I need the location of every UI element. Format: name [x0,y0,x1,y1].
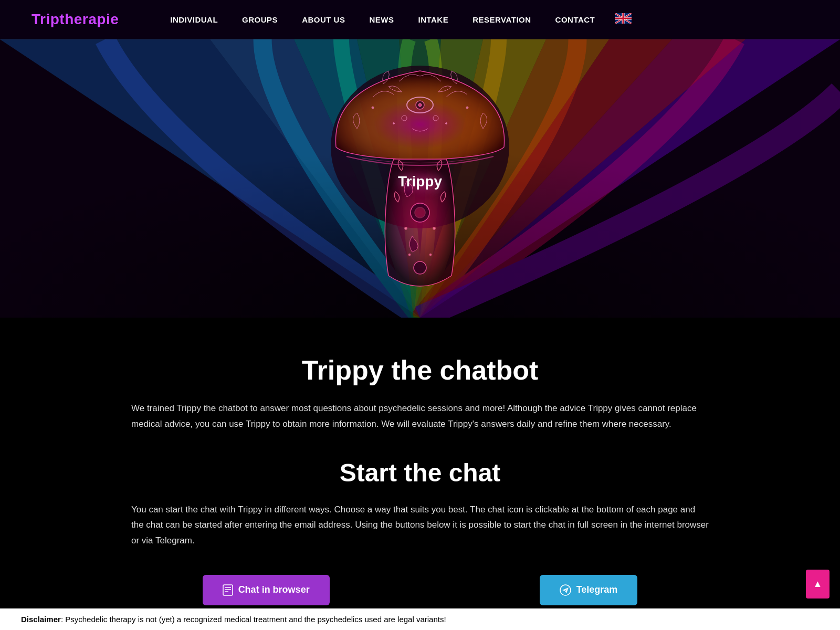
svg-point-14 [418,103,422,107]
nav-reservation[interactable]: RESERVATION [463,11,540,28]
nav-groups[interactable]: GROUPS [233,11,287,28]
disclaimer-label: Disclaimer [21,615,61,624]
chat-buttons-row: Chat in browser Telegram [94,575,746,605]
site-logo[interactable]: Triptherapie [32,11,119,28]
chatbot-description: We trained Trippy the chatbot to answer … [131,401,709,432]
nav-individual[interactable]: INDIVIDUAL [161,11,227,28]
chat-icon [223,584,233,596]
svg-point-26 [409,254,411,256]
svg-point-17 [372,107,374,109]
nav-about-us[interactable]: ABOUT US [292,11,354,28]
disclaimer-bar: Disclaimer : Psychedelic therapy is not … [0,608,840,630]
start-chat-description: You can start the chat with Trippy in di… [131,502,709,549]
scroll-to-top-button[interactable] [806,570,830,598]
nav-flag[interactable] [615,13,632,26]
svg-point-25 [433,227,435,229]
svg-rect-28 [223,585,233,595]
chat-in-browser-button[interactable]: Chat in browser [203,575,330,605]
hero-section: Trippy [0,39,840,318]
nav-links: INDIVIDUAL GROUPS ABOUT US NEWS INTAKE R… [161,11,808,28]
nav-news[interactable]: NEWS [360,11,403,28]
svg-point-22 [415,207,425,218]
svg-point-19 [393,123,395,124]
svg-point-27 [430,254,432,256]
hero-label: Trippy [398,173,442,190]
disclaimer-text: : Psychedelic therapy is not (yet) a rec… [61,615,446,624]
start-chat-title: Start the chat [94,458,746,487]
svg-point-24 [405,227,407,229]
main-content: Trippy the chatbot We trained Trippy the… [0,318,840,630]
nav-contact[interactable]: CONTACT [546,11,605,28]
telegram-icon [560,584,571,596]
mushroom-illustration: Trippy [320,55,520,302]
navigation: Triptherapie INDIVIDUAL GROUPS ABOUT US … [0,0,840,39]
svg-point-23 [414,261,426,274]
svg-point-18 [466,107,468,109]
nav-intake[interactable]: INTAKE [408,11,458,28]
page-title: Trippy the chatbot [94,354,746,386]
telegram-button[interactable]: Telegram [540,575,638,605]
svg-point-20 [446,123,447,124]
